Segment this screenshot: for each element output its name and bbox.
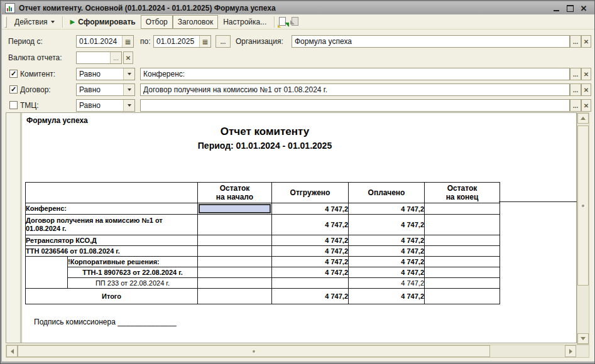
maximize-button[interactable]: [565, 4, 574, 13]
shipped-cell[interactable]: 4 747,2: [272, 267, 349, 278]
settings-button[interactable]: Настройка...: [218, 15, 271, 29]
shipped-cell[interactable]: 4 747,2: [272, 203, 349, 215]
header-toggle-button[interactable]: Заголовок: [173, 15, 218, 29]
dogovor-select-button[interactable]: ...: [570, 83, 581, 96]
tmc-checkbox[interactable]: [9, 101, 18, 109]
dogovor-value-field[interactable]: Договор получения на комиссию №1 от 01.0…: [140, 83, 570, 96]
subgroup-cell[interactable]: !Корпоративные решения:: [68, 257, 198, 267]
chevron-down-icon[interactable]: [123, 84, 134, 95]
condition-value: Равно: [77, 85, 123, 94]
tmc-select-button[interactable]: ...: [570, 99, 581, 112]
scroll-left-button[interactable]: [6, 345, 18, 357]
calendar-icon[interactable]: ▦: [199, 36, 210, 47]
header-closing[interactable]: Остаток на конец: [425, 183, 500, 203]
period-from-field[interactable]: 01.01.2024 ▦: [76, 35, 134, 48]
paid-cell[interactable]: 4 747,2: [349, 246, 425, 257]
total-paid-cell[interactable]: 4 747,2: [349, 289, 425, 304]
closing-cell[interactable]: [425, 278, 500, 289]
dogovor-clear-button[interactable]: ✕: [581, 83, 591, 96]
table-total-row: Итого 4 747,2 4 747,2: [26, 289, 500, 304]
document-cell[interactable]: ТТН-1 8907623 от 22.08.2024 г.: [68, 267, 198, 278]
group-ttn-cell[interactable]: ТТН 0236546 от 01.08.2024 г.: [26, 246, 198, 257]
horizontal-scrollbar[interactable]: [6, 345, 589, 358]
tmc-value-field[interactable]: [140, 99, 570, 112]
filter-toggle-button[interactable]: Отбор: [141, 15, 173, 29]
scroll-up-button[interactable]: [577, 113, 589, 124]
table-row: !Корпоративные решения: 4 747,2 4 747,2: [26, 257, 500, 267]
paid-cell[interactable]: 4 747,2: [349, 215, 425, 235]
group-item-cell[interactable]: Ретранслятор КСО,Д: [26, 235, 198, 246]
actions-button[interactable]: Действия: [9, 15, 60, 29]
komitent-value-field[interactable]: Конференс:: [140, 68, 570, 80]
tmc-clear-button[interactable]: ✕: [581, 99, 591, 112]
opening-cell[interactable]: [198, 235, 272, 246]
period-picker-button[interactable]: ...: [216, 35, 231, 48]
dogovor-condition-combo[interactable]: Равно: [76, 83, 135, 96]
total-label-cell[interactable]: Итого: [26, 289, 198, 304]
currency-field[interactable]: ...: [76, 51, 122, 64]
period-to-field[interactable]: 01.01.2025 ▦: [153, 35, 211, 48]
chevron-down-icon[interactable]: [123, 68, 134, 80]
paid-cell[interactable]: 4 747,2: [349, 278, 425, 289]
tmc-condition-combo[interactable]: Равно: [76, 99, 135, 112]
generate-button[interactable]: ▶ Сформировать: [65, 15, 141, 29]
condition-value: Равно: [77, 70, 123, 78]
vertical-scroll-thumb[interactable]: [577, 126, 589, 286]
shipped-cell[interactable]: 4 747,2: [272, 235, 349, 246]
paid-cell[interactable]: 4 747,2: [349, 257, 425, 267]
minimize-button[interactable]: [552, 4, 560, 13]
closing-cell[interactable]: [425, 235, 500, 246]
currency-select-icon[interactable]: ...: [110, 52, 121, 63]
toolbar-grip[interactable]: [4, 16, 7, 28]
paid-cell[interactable]: 4 747,2: [349, 235, 425, 246]
dogovor-checkbox[interactable]: ✓: [9, 85, 18, 94]
shipped-cell[interactable]: 4 747,2: [272, 246, 349, 257]
payment-cell[interactable]: ПП 233 от 22.08.2024 г.: [68, 278, 198, 289]
scroll-down-button[interactable]: [577, 333, 589, 344]
header-opening[interactable]: Остаток на начало: [198, 183, 272, 203]
shipped-cell[interactable]: 4 747,2: [272, 215, 349, 235]
shipped-cell[interactable]: [272, 278, 349, 289]
organization-select-button[interactable]: ...: [570, 35, 581, 48]
komitent-checkbox[interactable]: ✓: [9, 70, 18, 78]
currency-clear-button[interactable]: ✕: [123, 51, 133, 64]
shipped-cell[interactable]: 4 747,2: [272, 257, 349, 267]
calendar-icon[interactable]: ▦: [122, 36, 133, 47]
closing-cell[interactable]: [425, 215, 500, 235]
group-dogovor-cell[interactable]: Договор получения на комиссию №1 от 01.0…: [26, 215, 198, 235]
opening-cell[interactable]: [198, 267, 272, 278]
opening-cell[interactable]: [198, 215, 272, 235]
chevron-down-icon[interactable]: [123, 100, 134, 111]
horizontal-scroll-thumb[interactable]: [18, 345, 490, 357]
vertical-scrollbar[interactable]: [577, 112, 589, 345]
save-settings-icon-disabled[interactable]: [290, 16, 302, 28]
report-canvas[interactable]: Формула успеха Отчет комитенту Период: 0…: [6, 112, 577, 343]
opening-cell[interactable]: [198, 257, 272, 267]
group-indent-cell[interactable]: [26, 257, 68, 289]
paid-cell[interactable]: 4 747,2: [349, 267, 425, 278]
opening-cell[interactable]: [198, 289, 272, 304]
header-shipped[interactable]: Отгружено: [272, 183, 349, 203]
closing-cell[interactable]: [425, 289, 500, 304]
paid-cell[interactable]: 4 747,2: [349, 203, 425, 215]
selected-cell[interactable]: [198, 203, 272, 215]
organization-field[interactable]: Формула успеха: [292, 35, 570, 48]
group-komitent-cell[interactable]: Конференс:: [26, 203, 198, 215]
close-button[interactable]: ✕: [579, 4, 588, 13]
scroll-right-button[interactable]: [565, 345, 576, 357]
closing-cell[interactable]: [425, 267, 500, 278]
komitent-clear-button[interactable]: ✕: [581, 68, 591, 80]
yellow-triangle-icon: [278, 24, 281, 28]
komitent-select-button[interactable]: ...: [570, 68, 581, 80]
closing-cell[interactable]: [425, 246, 500, 257]
header-empty[interactable]: [26, 183, 198, 203]
komitent-condition-combo[interactable]: Равно: [76, 68, 135, 80]
closing-cell[interactable]: [425, 203, 500, 215]
closing-cell[interactable]: [425, 257, 500, 267]
opening-cell[interactable]: [198, 246, 272, 257]
restore-settings-icon[interactable]: [277, 16, 290, 28]
total-shipped-cell[interactable]: 4 747,2: [272, 289, 349, 304]
opening-cell[interactable]: [198, 278, 272, 289]
header-paid[interactable]: Оплачено: [349, 183, 425, 203]
organization-clear-button[interactable]: ✕: [581, 35, 591, 48]
